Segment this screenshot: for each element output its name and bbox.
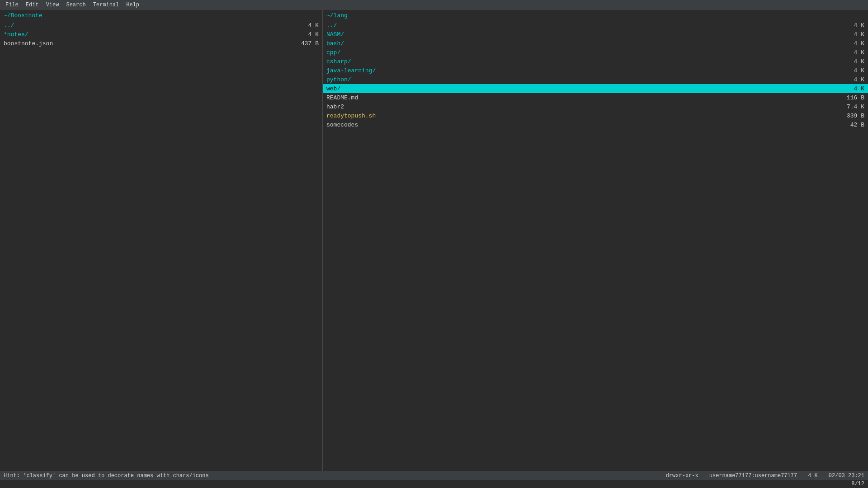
right-file-row[interactable]: README.md116 B — [323, 93, 868, 102]
right-file-name: java-learning/ — [326, 67, 376, 74]
left-file-size: 4 K — [292, 22, 319, 29]
left-file-row[interactable]: boostnote.json437 B — [0, 39, 322, 48]
right-file-row[interactable]: somecodes42 B — [323, 120, 868, 129]
left-file-name: *notes/ — [4, 31, 28, 38]
left-pane-title: ~/Boostnote — [0, 10, 322, 21]
right-file-name: csharp/ — [326, 58, 351, 65]
left-file-size: 437 B — [292, 40, 319, 47]
right-file-row[interactable]: readytopush.sh339 B — [323, 111, 868, 120]
right-file-row[interactable]: csharp/4 K — [323, 57, 868, 66]
main-content: ~/Boostnote ../4 K*notes/4 Kboostnote.js… — [0, 10, 868, 471]
menu-search[interactable]: Search — [62, 1, 89, 9]
right-file-size: 4 K — [837, 76, 864, 83]
left-file-row[interactable]: ../4 K — [0, 21, 322, 30]
right-file-size: 4 K — [837, 49, 864, 56]
bottom-position: 8/12 — [851, 481, 864, 487]
right-file-row[interactable]: python/4 K — [323, 75, 868, 84]
right-file-name: readytopush.sh — [326, 113, 376, 119]
menu-help[interactable]: Help — [123, 1, 143, 9]
status-hint: Hint: 'classify' can be used to decorate… — [4, 473, 209, 479]
right-file-name: NASM/ — [326, 31, 344, 38]
right-file-row[interactable]: NASM/4 K — [323, 30, 868, 39]
right-file-name: ../ — [326, 22, 337, 29]
right-file-name: python/ — [326, 76, 351, 83]
right-file-size: 4 K — [837, 22, 864, 29]
right-file-size: 4 K — [837, 40, 864, 47]
left-file-name: ../ — [4, 22, 14, 29]
left-file-name: boostnote.json — [4, 40, 53, 47]
menu-terminal[interactable]: Terminal — [90, 1, 123, 9]
left-file-row[interactable]: *notes/4 K — [0, 30, 322, 39]
right-file-size: 116 B — [837, 94, 864, 101]
right-pane: ~/lang ../4 KNASM/4 Kbash/4 Kcpp/4 Kcsha… — [323, 10, 868, 471]
status-datetime: 02/03 23:21 — [829, 473, 864, 479]
left-file-list[interactable]: ../4 K*notes/4 Kboostnote.json437 B — [0, 21, 322, 471]
menubar: File Edit View Search Terminal Help — [0, 0, 868, 10]
right-file-row[interactable]: web/4 K — [323, 84, 868, 93]
right-file-row[interactable]: bash/4 K — [323, 39, 868, 48]
right-file-name: web/ — [326, 85, 340, 92]
right-file-name: README.md — [326, 94, 358, 101]
status-right: drwxr-xr-x username77177:username77177 4… — [666, 473, 864, 479]
right-file-name: somecodes — [326, 122, 358, 128]
right-file-size: 339 B — [837, 113, 864, 119]
menu-file[interactable]: File — [2, 1, 22, 9]
right-file-row[interactable]: cpp/4 K — [323, 48, 868, 57]
right-file-row[interactable]: java-learning/4 K — [323, 66, 868, 75]
right-file-size: 4 K — [837, 31, 864, 38]
right-file-list[interactable]: ../4 KNASM/4 Kbash/4 Kcpp/4 Kcsharp/4 Kj… — [323, 21, 868, 471]
right-pane-title: ~/lang — [323, 10, 868, 21]
left-file-size: 4 K — [292, 31, 319, 38]
right-file-size: 4 K — [837, 58, 864, 65]
menu-view[interactable]: View — [42, 1, 63, 9]
right-file-name: cpp/ — [326, 49, 340, 56]
statusbar: Hint: 'classify' can be used to decorate… — [0, 471, 868, 480]
bottombar: 8/12 — [0, 480, 868, 488]
right-file-name: bash/ — [326, 40, 344, 47]
right-file-size: 4 K — [837, 85, 864, 92]
menu-edit[interactable]: Edit — [22, 1, 42, 9]
right-file-row[interactable]: ../4 K — [323, 21, 868, 30]
right-file-size: 7.4 K — [837, 103, 864, 110]
right-file-name: habr2 — [326, 103, 344, 110]
right-file-size: 4 K — [837, 67, 864, 74]
status-size: 4 K — [808, 473, 818, 479]
left-pane: ~/Boostnote ../4 K*notes/4 Kboostnote.js… — [0, 10, 323, 471]
right-file-row[interactable]: habr27.4 K — [323, 102, 868, 111]
status-permissions: drwxr-xr-x — [666, 473, 698, 479]
right-file-size: 42 B — [837, 122, 864, 128]
status-user: username77177:username77177 — [709, 473, 797, 479]
